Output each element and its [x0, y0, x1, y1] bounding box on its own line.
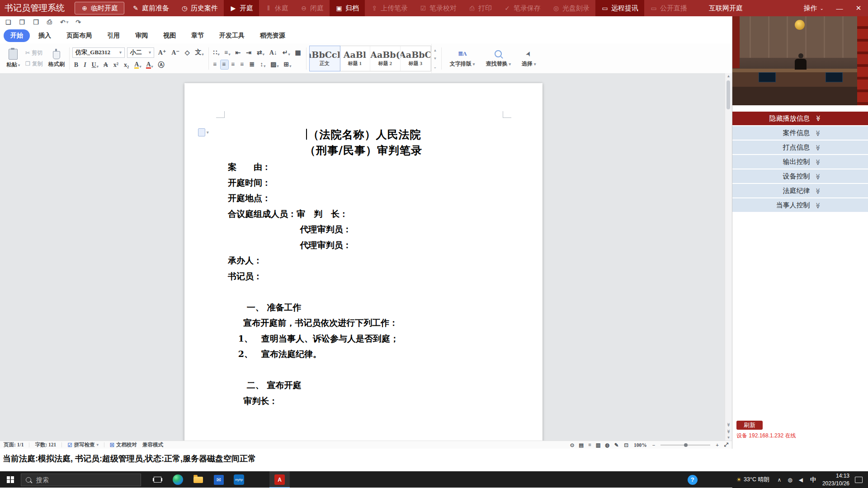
panel-section-header[interactable]: 当事人控制 ≫ — [732, 198, 868, 212]
paragraph-tool-button[interactable]: A↓ — [268, 48, 279, 57]
alignment-button[interactable]: ▨ ▾ — [269, 60, 280, 69]
paragraph-tool-button[interactable]: ▦ — [293, 48, 303, 57]
operation-menu[interactable]: 操作 ⌄ — [797, 4, 830, 13]
ribbon-tab[interactable]: 开始 — [4, 29, 30, 42]
zoom-fit-icon[interactable]: ⊡ — [624, 442, 628, 448]
search-input[interactable] — [35, 476, 127, 484]
top-bar-button[interactable]: ‖ 休庭 — [259, 0, 294, 16]
top-bar-button[interactable]: ▶ 开庭 — [224, 0, 259, 16]
top-bar-button[interactable]: ✓ 笔录保存 — [498, 0, 547, 16]
ribbon-tab[interactable]: 稻壳资源 — [253, 29, 292, 42]
font-format-button[interactable]: I — [82, 61, 88, 70]
taskbar-app-button[interactable] — [168, 471, 188, 488]
font-name-select[interactable]: 仿宋_GB2312▾ — [72, 47, 125, 58]
style-preset[interactable]: AaBb( 标题 2 — [370, 46, 401, 71]
ribbon-tool-button[interactable]: 选择▾ — [516, 44, 542, 73]
top-bar-button[interactable]: ▭ 远程提讯 — [595, 0, 644, 16]
alignment-button[interactable]: ≣ — [248, 60, 257, 69]
tray-icon[interactable]: ◍ — [788, 477, 792, 483]
scroll-up-icon[interactable]: ▲ — [725, 74, 732, 78]
format-painter-button[interactable]: 格式刷 — [47, 49, 66, 68]
font-format-button[interactable]: A ▾ — [144, 61, 155, 70]
scroll-down-icon[interactable]: ▼ — [727, 436, 731, 440]
ribbon-tab[interactable]: 页面布局 — [60, 29, 99, 42]
taskbar-clock[interactable]: 14:13 2023/10/26 — [822, 472, 849, 487]
close-button[interactable]: ✕ — [849, 0, 868, 16]
paste-button[interactable]: 粘贴 ▾ — [5, 49, 22, 69]
taskbar-app-button[interactable] — [147, 471, 168, 488]
zoom-level[interactable]: 100% — [634, 442, 647, 448]
alignment-button[interactable]: ≡ — [221, 60, 228, 69]
zoom-in-button[interactable]: + — [716, 442, 719, 448]
minimize-button[interactable]: — — [830, 0, 849, 16]
panel-section-header[interactable]: 输出控制 ≫ — [732, 155, 868, 169]
quick-access-button[interactable]: ↶ ▾ — [60, 19, 68, 26]
style-preset[interactable]: AaBl 标题 1 — [340, 46, 370, 71]
zoom-slider-thumb[interactable] — [684, 443, 688, 447]
action-center-icon[interactable] — [855, 477, 863, 483]
top-bar-button[interactable]: ◎ 光盘刻录 — [547, 0, 595, 16]
alignment-button[interactable]: ⊞ ▾ — [282, 60, 293, 69]
font-format-button[interactable]: x₂ — [122, 61, 131, 70]
paragraph-tool-button[interactable]: ⇤ — [234, 48, 243, 57]
taskbar-search[interactable] — [21, 474, 141, 486]
ribbon-tab[interactable]: 视图 — [156, 29, 183, 42]
font-tool-button[interactable]: A⁻ — [170, 48, 182, 57]
font-format-button[interactable]: A — [102, 61, 110, 70]
start-button[interactable] — [0, 471, 21, 488]
quick-access-button[interactable]: ❒ — [33, 19, 40, 26]
top-bar-button[interactable]: ✎ 庭前准备 — [126, 0, 175, 16]
view-mode-icon[interactable]: ▤ — [579, 442, 584, 448]
style-preset[interactable]: AaBbC 标题 3 — [401, 46, 431, 71]
quick-access-button[interactable]: ❐ — [19, 19, 26, 26]
refresh-button[interactable]: 刷新 — [736, 421, 763, 430]
zoom-out-button[interactable]: − — [652, 442, 656, 448]
font-tool-button[interactable]: 文 ▾ — [193, 47, 206, 57]
paragraph-tool-button[interactable]: ↵ ▾ — [281, 48, 292, 57]
alignment-button[interactable]: ↕ ▾ — [258, 60, 267, 69]
ribbon-tool-button[interactable]: 文字排版▾ — [444, 44, 481, 73]
top-bar-button[interactable]: ⇪ 上传笔录 — [365, 0, 414, 16]
ribbon-tab[interactable]: 审阅 — [128, 29, 155, 42]
taskbar-app-button[interactable]: ✉ — [208, 471, 229, 488]
taskbar-app-button[interactable]: A — [269, 471, 290, 488]
panel-section-header[interactable]: 法庭纪律 ≫ — [732, 184, 868, 197]
paragraph-tool-button[interactable]: ⇄ ▾ — [255, 48, 266, 57]
quick-access-button[interactable]: ↷ — [75, 19, 82, 26]
panel-section-header[interactable]: 案件信息 ≫ — [732, 126, 868, 140]
ribbon-tool-button[interactable]: 查找替换▾ — [480, 44, 516, 73]
document-proofing-toggle[interactable]: ☒ 文档校对 — [110, 441, 137, 448]
top-bar-button[interactable]: 互联网开庭 — [693, 0, 749, 16]
tray-icon[interactable]: ◀ — [799, 477, 803, 483]
alignment-button[interactable]: ≡ — [239, 60, 246, 69]
top-bar-button[interactable]: ⊕ 临时开庭 — [75, 2, 124, 14]
view-mode-icon[interactable]: ◍ — [605, 442, 610, 448]
top-bar-button[interactable]: ☑ 笔录校对 — [414, 0, 462, 16]
tray-icon[interactable]: ∧ — [777, 477, 781, 483]
next-page-icon[interactable]: ≫ — [726, 430, 731, 433]
font-tool-button[interactable]: ◇ — [183, 48, 192, 57]
font-size-select[interactable]: 小二▾ — [127, 47, 154, 58]
top-bar-button[interactable]: ▭ 公开直播 — [644, 0, 693, 16]
view-mode-icon[interactable]: ≡ — [588, 442, 591, 448]
spell-check-toggle[interactable]: ☑ 拼写检查 ▾ — [67, 441, 98, 448]
ime-indicator[interactable]: 中 — [810, 476, 816, 484]
alignment-button[interactable]: ≡ — [230, 60, 237, 69]
panel-section-header[interactable]: 打点信息 ≫ — [732, 141, 868, 154]
panel-section-header[interactable]: 设备控制 ≫ — [732, 169, 868, 183]
copy-button[interactable]: ❐ 复制 — [25, 60, 43, 68]
alignment-button[interactable]: ≡ — [212, 60, 219, 69]
font-format-button[interactable]: B — [72, 61, 80, 70]
vertical-scrollbar[interactable]: ▲ ≪ ≫ ▼ — [725, 73, 732, 441]
top-bar-button[interactable]: ◷ 历史案件 — [175, 0, 224, 16]
view-mode-icon[interactable]: ✎ — [614, 442, 619, 448]
ribbon-tab[interactable]: 插入 — [32, 29, 58, 42]
cut-button[interactable]: ✂ 剪切 — [25, 49, 43, 57]
font-format-button[interactable]: A ▾ — [132, 61, 143, 70]
hide-playback-info-bar[interactable]: 隐藏播放信息 ≪ — [732, 112, 868, 125]
top-bar-button[interactable]: ▣ 归档 — [330, 0, 365, 16]
font-format-button[interactable]: Ⓐ — [156, 60, 167, 70]
taskbar-app-button[interactable]: myhp — [229, 471, 249, 488]
zoom-slider[interactable] — [660, 445, 710, 446]
styles-gallery-scroll[interactable]: ▲ ▼ ⌄ — [431, 44, 439, 73]
